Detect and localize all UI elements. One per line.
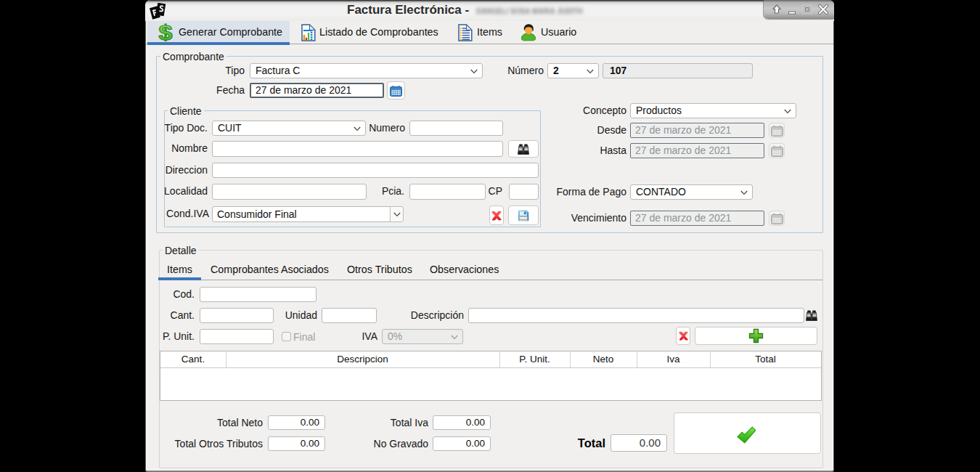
svg-text:$: $ (159, 23, 173, 41)
